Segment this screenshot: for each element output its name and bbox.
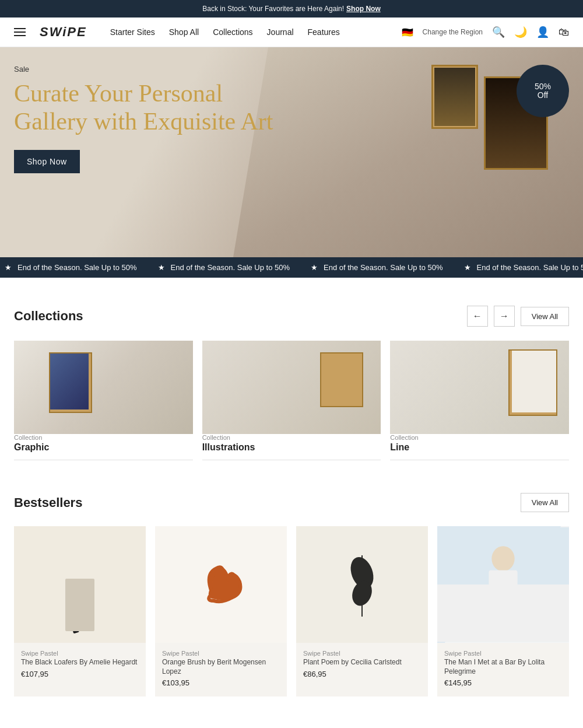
header: SWiPE Starter Sites Shop All Collections… xyxy=(0,18,583,47)
ticker-star: ★ xyxy=(5,263,12,272)
product-name-2: Orange Brush by Berit Mogensen Lopez xyxy=(162,658,280,676)
ticker-item: ★ End of the Season. Sale Up to 50% xyxy=(306,263,448,272)
collection-label: Collection xyxy=(14,434,193,441)
collection-card-graphic[interactable]: Collection Graphic xyxy=(14,341,193,460)
product-name-4: The Man I Met at a Bar By Lolita Pelegri… xyxy=(444,658,562,676)
collection-divider xyxy=(202,460,381,460)
collection-card-illustrations[interactable]: Collection Illustrations xyxy=(202,341,381,460)
product-image-1 xyxy=(14,526,146,643)
product-card-2[interactable]: Swipe Pastel Orange Brush by Berit Mogen… xyxy=(155,526,287,696)
bestsellers-section: Bestsellers View All Swipe Pastel The Bl… xyxy=(0,474,583,715)
main-nav: Starter Sites Shop All Collections Journ… xyxy=(110,27,340,37)
hero-content: Sale Curate Your Personal Gallery with E… xyxy=(0,47,292,191)
nav-shop-all[interactable]: Shop All xyxy=(169,27,199,37)
ticker-bar: ★ End of the Season. Sale Up to 50% ★ En… xyxy=(0,257,583,278)
product-brand-1: Swipe Pastel xyxy=(21,650,139,657)
collections-title: Collections xyxy=(14,309,83,324)
product-brand-2: Swipe Pastel xyxy=(162,650,280,657)
collection-label: Collection xyxy=(390,434,569,441)
svg-rect-1 xyxy=(74,597,86,629)
change-region-button[interactable]: Change the Region xyxy=(423,28,483,36)
ticker-star: ★ xyxy=(311,263,318,272)
product-image-3 xyxy=(296,526,428,643)
collections-nav: ← → View All xyxy=(467,306,569,327)
bestsellers-view-all-button[interactable]: View All xyxy=(521,493,569,512)
product-price-1: €107,95 xyxy=(21,670,139,678)
hero-section: Sale Curate Your Personal Gallery with E… xyxy=(0,47,583,257)
art-frame-1 xyxy=(431,65,478,129)
ticker-item: ★ End of the Season. Sale Up to 50% xyxy=(459,263,583,272)
product-image-2 xyxy=(155,526,287,643)
collection-image-line xyxy=(390,341,569,434)
nav-journal[interactable]: Journal xyxy=(267,27,294,37)
ticker-text: End of the Season. Sale Up to 50% xyxy=(171,263,290,272)
site-logo[interactable]: SWiPE xyxy=(40,24,87,40)
search-icon[interactable]: 🔍 xyxy=(492,26,505,38)
ticker-text: End of the Season. Sale Up to 50% xyxy=(324,263,443,272)
discount-badge: 50% Off xyxy=(517,65,569,117)
discount-percent: 50% xyxy=(535,82,551,91)
theme-toggle-icon[interactable]: 🌙 xyxy=(514,26,527,38)
product-price-3: €86,95 xyxy=(303,670,421,678)
hamburger-line xyxy=(14,35,26,36)
announcement-link[interactable]: Shop Now xyxy=(346,5,381,13)
product-info-3: Swipe Pastel Plant Poem by Cecilia Carls… xyxy=(296,643,428,688)
nav-starter-sites[interactable]: Starter Sites xyxy=(110,27,155,37)
product-brand-3: Swipe Pastel xyxy=(303,650,421,657)
product-name-3: Plant Poem by Cecilia Carlstedt xyxy=(303,658,421,667)
header-right: 🇩🇪 Change the Region 🔍 🌙 👤 🛍 xyxy=(402,26,569,38)
product-price-2: €103,95 xyxy=(162,678,280,687)
collection-divider xyxy=(390,460,569,460)
account-icon[interactable]: 👤 xyxy=(536,26,549,38)
hamburger-line xyxy=(14,32,26,33)
collections-header: Collections ← → View All xyxy=(14,306,569,327)
art-frame-1-inner xyxy=(434,68,475,126)
product-art-3 xyxy=(345,550,380,620)
bestsellers-header: Bestsellers View All xyxy=(14,493,569,512)
collection-card-line[interactable]: Collection Line xyxy=(390,341,569,460)
product-info-1: Swipe Pastel The Black Loafers By Amelie… xyxy=(14,643,146,688)
nav-collections[interactable]: Collections xyxy=(213,27,252,37)
product-price-4: €145,95 xyxy=(444,678,562,687)
cart-icon[interactable]: 🛍 xyxy=(559,26,569,38)
collections-view-all-button[interactable]: View All xyxy=(521,307,569,326)
collection-image-graphic xyxy=(14,341,193,434)
product-card-3[interactable]: Swipe Pastel Plant Poem by Cecilia Carls… xyxy=(296,526,428,696)
hamburger-menu[interactable] xyxy=(14,28,26,36)
svg-point-8 xyxy=(491,546,514,571)
shop-now-button[interactable]: Shop Now xyxy=(14,150,80,173)
product-image-4 xyxy=(437,526,569,643)
product-art-1 xyxy=(62,579,97,643)
hero-sale-label: Sale xyxy=(14,65,278,74)
svg-point-0 xyxy=(73,582,87,598)
collections-grid: Collection Graphic Collection Illustrati… xyxy=(14,341,569,460)
collections-section: Collections ← → View All Collection Grap… xyxy=(0,278,583,474)
ticker-text: End of the Season. Sale Up to 50% xyxy=(17,263,137,272)
collections-next-button[interactable]: → xyxy=(494,306,515,327)
hamburger-line xyxy=(14,28,26,29)
announcement-text: Back in Stock: Your Favorites are Here A… xyxy=(202,5,344,13)
collection-label: Collection xyxy=(202,434,381,441)
svg-rect-2 xyxy=(72,628,79,634)
ticker-item: ★ End of the Season. Sale Up to 50% xyxy=(153,263,295,272)
collection-image-illustrations xyxy=(202,341,381,434)
product-card-4[interactable]: Swipe Pastel The Man I Met at a Bar By L… xyxy=(437,526,569,696)
announcement-bar: Back in Stock: Your Favorites are Here A… xyxy=(0,0,583,18)
ticker-star: ★ xyxy=(158,263,165,272)
product-name-1: The Black Loafers By Amelie Hegardt xyxy=(21,658,139,667)
collection-name-line: Line xyxy=(390,442,569,453)
products-grid: Swipe Pastel The Black Loafers By Amelie… xyxy=(14,526,569,696)
product-info-4: Swipe Pastel The Man I Met at a Bar By L… xyxy=(437,643,569,696)
discount-label: Off xyxy=(538,91,548,100)
product-card-1[interactable]: Swipe Pastel The Black Loafers By Amelie… xyxy=(14,526,146,696)
region-flag: 🇩🇪 xyxy=(402,27,413,38)
hero-title: Curate Your Personal Gallery with Exquis… xyxy=(14,79,278,136)
ticker-item: ★ End of the Season. Sale Up to 50% xyxy=(0,263,142,272)
collections-prev-button[interactable]: ← xyxy=(467,306,488,327)
ticker-inner: ★ End of the Season. Sale Up to 50% ★ En… xyxy=(0,263,583,272)
ticker-text: End of the Season. Sale Up to 50% xyxy=(477,263,583,272)
collection-divider xyxy=(14,460,193,460)
bestsellers-title: Bestsellers xyxy=(14,495,82,510)
product-art-2 xyxy=(192,555,250,614)
nav-features[interactable]: Features xyxy=(308,27,340,37)
